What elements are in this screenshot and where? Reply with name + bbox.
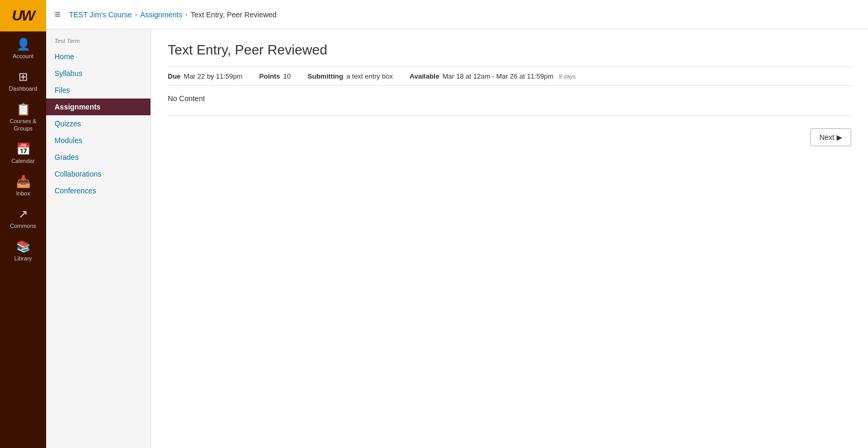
next-arrow-icon: ▶: [837, 133, 842, 141]
available-days: 9 days: [559, 73, 576, 80]
due-label: Due: [168, 72, 181, 80]
hamburger-menu-icon[interactable]: ≡: [55, 8, 61, 20]
breadcrumb-sep-1: ›: [135, 11, 137, 18]
submitting-label: Submitting: [308, 72, 343, 80]
global-navigation: UW 👤 Account ⊞ Dashboard 📋 Courses & Gro…: [0, 0, 46, 448]
calendar-label: Calendar: [12, 158, 35, 165]
due-value: Mar 22 by 11:59pm: [184, 72, 243, 80]
inbox-icon: 📥: [16, 175, 30, 189]
library-label: Library: [14, 255, 32, 262]
sidebar-item-calendar[interactable]: 📅 Calendar: [0, 136, 46, 169]
courses-icon: 📋: [16, 103, 30, 116]
course-nav-collaborations[interactable]: Collaborations: [46, 166, 150, 182]
next-label: Next: [819, 133, 834, 141]
course-nav-grades[interactable]: Grades: [46, 149, 150, 166]
meta-available: Available Mar 18 at 12am - Mar 26 at 11:…: [410, 72, 576, 80]
dashboard-label: Dashboard: [9, 85, 37, 92]
course-nav-home[interactable]: Home: [46, 48, 150, 65]
next-button[interactable]: Next ▶: [810, 128, 851, 146]
points-label: Points: [259, 72, 280, 80]
uw-logo: UW: [12, 7, 35, 24]
submitting-value: a text entry box: [346, 72, 393, 80]
inbox-label: Inbox: [16, 190, 30, 197]
breadcrumb-current: Text Entry, Peer Reviewed: [191, 10, 277, 19]
page-content: Text Entry, Peer Reviewed Due Mar 22 by …: [151, 29, 868, 448]
sidebar-item-dashboard[interactable]: ⊞ Dashboard: [0, 64, 46, 96]
meta-due: Due Mar 22 by 11:59pm: [168, 72, 243, 80]
main-area: ≡ TEST Jim's Course › Assignments › Text…: [46, 0, 868, 448]
sidebar-item-account[interactable]: 👤 Account: [0, 31, 46, 64]
meta-points: Points 10: [259, 72, 291, 80]
account-label: Account: [13, 53, 34, 60]
available-label: Available: [410, 72, 440, 80]
breadcrumb-course-link[interactable]: TEST Jim's Course: [69, 10, 132, 19]
assignment-meta: Due Mar 22 by 11:59pm Points 10 Submitti…: [168, 67, 851, 86]
sidebar-item-library[interactable]: 📚 Library: [0, 234, 46, 266]
breadcrumb: TEST Jim's Course › Assignments › Text E…: [69, 10, 277, 19]
breadcrumb-sep-2: ›: [186, 11, 188, 18]
course-nav-assignments[interactable]: Assignments: [46, 99, 150, 115]
course-nav-quizzes[interactable]: Quizzes: [46, 115, 150, 132]
sidebar-item-inbox[interactable]: 📥 Inbox: [0, 169, 46, 201]
account-icon: 👤: [16, 38, 30, 51]
available-value: Mar 18 at 12am - Mar 26 at 11:59pm: [442, 72, 554, 80]
breadcrumb-assignments-link[interactable]: Assignments: [140, 10, 182, 19]
points-value: 10: [283, 72, 290, 80]
logo-area[interactable]: UW: [0, 0, 46, 31]
course-nav-conferences[interactable]: Conferences: [46, 182, 150, 199]
commons-icon: ↗: [18, 207, 28, 221]
meta-submitting: Submitting a text entry box: [308, 72, 393, 80]
content-area: Test Term Home Syllabus Files Assignment…: [46, 29, 868, 448]
library-icon: 📚: [16, 240, 30, 254]
term-label: Test Term: [46, 36, 150, 48]
sidebar-item-commons[interactable]: ↗ Commons: [0, 201, 46, 234]
assignment-title: Text Entry, Peer Reviewed: [168, 42, 851, 58]
no-content-text: No Content: [168, 94, 851, 103]
course-navigation: Test Term Home Syllabus Files Assignment…: [46, 29, 151, 448]
commons-label: Commons: [10, 223, 36, 230]
sidebar-item-courses[interactable]: 📋 Courses & Groups: [0, 96, 46, 136]
course-nav-syllabus[interactable]: Syllabus: [46, 65, 150, 82]
course-nav-files[interactable]: Files: [46, 82, 150, 99]
pagination-row: Next ▶: [168, 128, 851, 146]
dashboard-icon: ⊞: [18, 70, 28, 84]
content-divider: [168, 115, 851, 116]
calendar-icon: 📅: [16, 143, 30, 156]
course-nav-modules[interactable]: Modules: [46, 132, 150, 149]
courses-label: Courses & Groups: [9, 118, 36, 132]
top-bar: ≡ TEST Jim's Course › Assignments › Text…: [46, 0, 868, 29]
